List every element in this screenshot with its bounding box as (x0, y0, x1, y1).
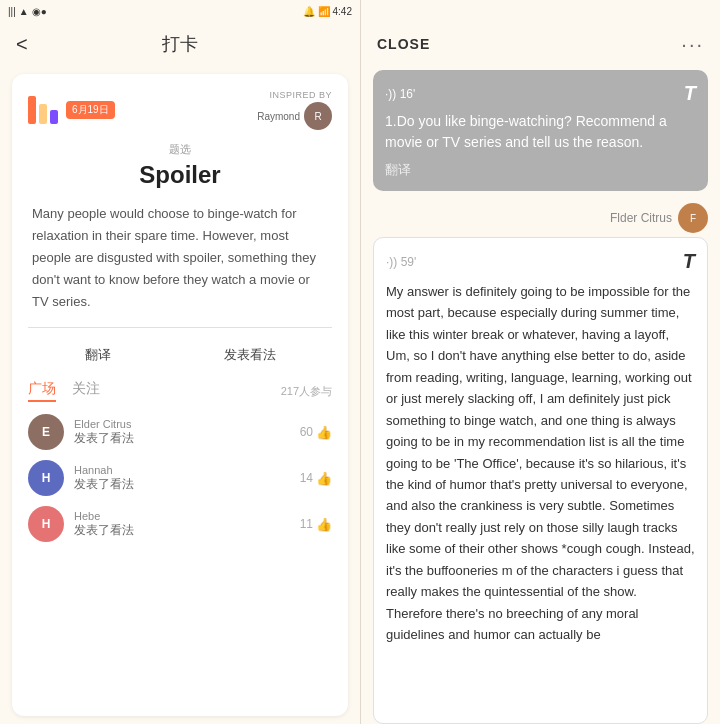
translate-button[interactable]: 翻译 (85, 346, 111, 364)
page-title: 打卡 (162, 32, 198, 56)
action-row: 翻译 发表看法 (28, 338, 332, 372)
logo-area: 6月19日 (28, 96, 115, 124)
divider (28, 327, 332, 328)
status-bar-right: 🔔 📶 4:42 (303, 6, 352, 17)
prompt-audio-time: ·)) 16' (385, 87, 415, 101)
back-button[interactable]: < (16, 33, 28, 56)
prompt-translate-link[interactable]: 翻译 (385, 161, 696, 179)
topic-title: Spoiler (28, 161, 332, 189)
thumb-icon-3: 👍 (316, 517, 332, 532)
close-button[interactable]: CLOSE (377, 36, 430, 52)
comment-avatar-1: E (28, 414, 64, 450)
right-header: CLOSE ··· (361, 22, 720, 66)
prompt-text: 1.Do you like binge-watching? Recommend … (385, 111, 696, 153)
answer-user-avatar: F (678, 203, 708, 233)
logo-bar-2 (39, 104, 47, 124)
post-opinion-button[interactable]: 发表看法 (224, 346, 276, 364)
status-bar-left: ||| ▲ ◉● (8, 6, 47, 17)
logo-bars (28, 96, 58, 124)
comment-item-3: H Hebe 发表了看法 11 👍 (28, 506, 332, 542)
thumb-icon-2: 👍 (316, 471, 332, 486)
comment-name-3: Hebe (74, 510, 290, 522)
answer-audio-info: ·)) 59' (386, 255, 416, 269)
topic-card: 6月19日 INSPIRED BY Raymond R 题选 Spoiler M… (12, 74, 348, 716)
inspired-by: INSPIRED BY Raymond R (257, 90, 332, 130)
comment-avatar-2: H (28, 460, 64, 496)
tabs-row: 广场 关注 217人参与 (28, 372, 332, 406)
answer-user-name: Flder Citrus (610, 211, 672, 225)
comment-info-3: Hebe 发表了看法 (74, 510, 290, 539)
comment-name-1: Elder Citrus (74, 418, 290, 430)
comment-info-2: Hannah 发表了看法 (74, 464, 290, 493)
answer-t-icon[interactable]: T (683, 250, 695, 273)
more-menu-button[interactable]: ··· (681, 33, 704, 56)
comments-list: E Elder Citrus 发表了看法 60 👍 H Hannah 发表了看法 (28, 414, 332, 542)
logo-bar-1 (28, 96, 36, 124)
comment-avatar-3: H (28, 506, 64, 542)
comment-likes-1: 60 👍 (300, 425, 332, 440)
left-header: < 打卡 (0, 22, 360, 66)
inspired-avatar: R (304, 102, 332, 130)
comment-info-1: Elder Citrus 发表了看法 (74, 418, 290, 447)
prompt-audio-info: ·)) 16' (385, 87, 415, 101)
comment-count-2: 14 (300, 471, 313, 485)
answer-box: ·)) 59' T My answer is definitely going … (373, 237, 708, 724)
comment-item: E Elder Citrus 发表了看法 60 👍 (28, 414, 332, 450)
comment-text-3: 发表了看法 (74, 522, 290, 539)
comment-likes-2: 14 👍 (300, 471, 332, 486)
comment-name-2: Hannah (74, 464, 290, 476)
topic-description: Many people would choose to binge-watch … (28, 203, 332, 313)
participants-count: 217人参与 (281, 384, 332, 399)
inspired-label: INSPIRED BY (269, 90, 332, 100)
tabs: 广场 关注 (28, 380, 100, 402)
prompt-t-icon[interactable]: T (684, 82, 696, 105)
logo-bar-3 (50, 110, 58, 124)
thumb-icon-1: 👍 (316, 425, 332, 440)
date-badge: 6月19日 (66, 101, 115, 119)
inspired-name: Raymond (257, 111, 300, 122)
answer-audio-time: ·)) 59' (386, 255, 416, 269)
tab-follow[interactable]: 关注 (72, 380, 100, 402)
answer-text: My answer is definitely going to be impo… (386, 281, 695, 645)
prompt-box: ·)) 16' T 1.Do you like binge-watching? … (373, 70, 708, 191)
tab-square[interactable]: 广场 (28, 380, 56, 402)
comment-count-1: 60 (300, 425, 313, 439)
comment-item-2: H Hannah 发表了看法 14 👍 (28, 460, 332, 496)
topic-label: 题选 (28, 142, 332, 157)
comment-likes-3: 11 👍 (300, 517, 332, 532)
comment-count-3: 11 (300, 517, 313, 531)
comment-text-2: 发表了看法 (74, 476, 290, 493)
comment-text-1: 发表了看法 (74, 430, 290, 447)
answer-user-header: Flder Citrus F (361, 199, 720, 237)
